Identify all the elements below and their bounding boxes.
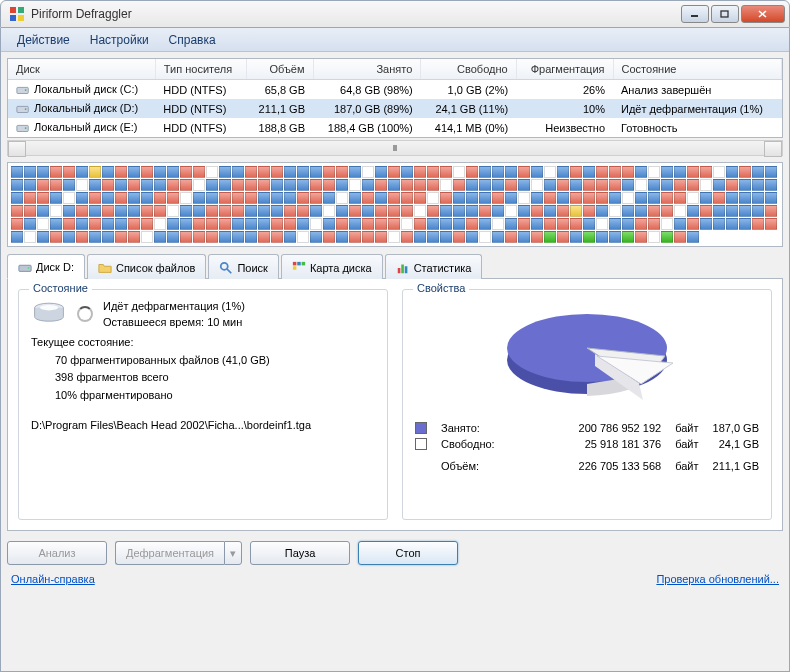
map-cell[interactable] <box>492 179 504 191</box>
map-cell[interactable] <box>648 179 660 191</box>
map-cell[interactable] <box>89 192 101 204</box>
map-cell[interactable] <box>648 166 660 178</box>
map-cell[interactable] <box>713 205 725 217</box>
map-cell[interactable] <box>674 218 686 230</box>
map-cell[interactable] <box>479 218 491 230</box>
map-cell[interactable] <box>310 218 322 230</box>
map-cell[interactable] <box>583 231 595 243</box>
map-cell[interactable] <box>297 205 309 217</box>
map-cell[interactable] <box>284 192 296 204</box>
map-cell[interactable] <box>102 192 114 204</box>
map-cell[interactable] <box>362 205 374 217</box>
map-cell[interactable] <box>609 192 621 204</box>
map-cell[interactable] <box>414 166 426 178</box>
map-cell[interactable] <box>167 205 179 217</box>
map-cell[interactable] <box>570 166 582 178</box>
map-cell[interactable] <box>219 205 231 217</box>
map-cell[interactable] <box>583 192 595 204</box>
map-cell[interactable] <box>544 205 556 217</box>
map-cell[interactable] <box>466 192 478 204</box>
map-cell[interactable] <box>765 205 777 217</box>
menu-settings[interactable]: Настройки <box>80 30 159 50</box>
map-cell[interactable] <box>37 218 49 230</box>
map-cell[interactable] <box>440 205 452 217</box>
map-cell[interactable] <box>765 192 777 204</box>
map-cell[interactable] <box>505 166 517 178</box>
map-cell[interactable] <box>674 179 686 191</box>
map-cell[interactable] <box>687 166 699 178</box>
map-cell[interactable] <box>674 166 686 178</box>
map-cell[interactable] <box>37 179 49 191</box>
map-cell[interactable] <box>271 179 283 191</box>
map-cell[interactable] <box>271 192 283 204</box>
map-cell[interactable] <box>89 218 101 230</box>
map-cell[interactable] <box>700 166 712 178</box>
map-cell[interactable] <box>50 192 62 204</box>
map-cell[interactable] <box>466 166 478 178</box>
stop-button[interactable]: Стоп <box>358 541 458 565</box>
col-media[interactable]: Тип носителя <box>155 59 246 80</box>
map-cell[interactable] <box>24 231 36 243</box>
map-cell[interactable] <box>687 231 699 243</box>
map-cell[interactable] <box>193 218 205 230</box>
map-cell[interactable] <box>193 192 205 204</box>
map-cell[interactable] <box>37 192 49 204</box>
map-cell[interactable] <box>492 166 504 178</box>
map-cell[interactable] <box>219 166 231 178</box>
map-cell[interactable] <box>37 205 49 217</box>
map-cell[interactable] <box>63 192 75 204</box>
map-cell[interactable] <box>518 192 530 204</box>
map-cell[interactable] <box>570 192 582 204</box>
map-cell[interactable] <box>37 231 49 243</box>
map-cell[interactable] <box>24 192 36 204</box>
map-cell[interactable] <box>297 218 309 230</box>
map-cell[interactable] <box>180 192 192 204</box>
map-cell[interactable] <box>479 179 491 191</box>
map-cell[interactable] <box>102 205 114 217</box>
table-row[interactable]: Локальный диск (D:) HDD (NTFS) 211,1 GB … <box>8 99 782 118</box>
map-cell[interactable] <box>128 166 140 178</box>
map-cell[interactable] <box>193 179 205 191</box>
map-cell[interactable] <box>427 192 439 204</box>
col-frag[interactable]: Фрагментация <box>516 59 613 80</box>
map-cell[interactable] <box>232 166 244 178</box>
map-cell[interactable] <box>492 218 504 230</box>
map-cell[interactable] <box>63 231 75 243</box>
map-cell[interactable] <box>479 166 491 178</box>
map-cell[interactable] <box>180 166 192 178</box>
map-cell[interactable] <box>323 192 335 204</box>
map-cell[interactable] <box>63 205 75 217</box>
map-cell[interactable] <box>401 179 413 191</box>
map-cell[interactable] <box>596 218 608 230</box>
map-cell[interactable] <box>336 192 348 204</box>
map-cell[interactable] <box>479 192 491 204</box>
map-cell[interactable] <box>726 218 738 230</box>
map-cell[interactable] <box>11 192 23 204</box>
map-cell[interactable] <box>388 192 400 204</box>
map-cell[interactable] <box>544 231 556 243</box>
map-cell[interactable] <box>11 166 23 178</box>
map-cell[interactable] <box>271 231 283 243</box>
window-minimize-button[interactable] <box>681 5 709 23</box>
map-cell[interactable] <box>505 192 517 204</box>
map-cell[interactable] <box>50 205 62 217</box>
map-cell[interactable] <box>648 231 660 243</box>
map-cell[interactable] <box>388 166 400 178</box>
map-cell[interactable] <box>518 179 530 191</box>
map-cell[interactable] <box>557 166 569 178</box>
map-cell[interactable] <box>141 231 153 243</box>
map-cell[interactable] <box>661 218 673 230</box>
map-cell[interactable] <box>115 166 127 178</box>
map-cell[interactable] <box>63 179 75 191</box>
map-cell[interactable] <box>349 192 361 204</box>
map-cell[interactable] <box>232 179 244 191</box>
map-cell[interactable] <box>648 192 660 204</box>
menu-action[interactable]: Действие <box>7 30 80 50</box>
map-cell[interactable] <box>193 205 205 217</box>
map-cell[interactable] <box>687 179 699 191</box>
map-cell[interactable] <box>180 205 192 217</box>
map-cell[interactable] <box>609 166 621 178</box>
map-cell[interactable] <box>492 192 504 204</box>
window-maximize-button[interactable] <box>711 5 739 23</box>
map-cell[interactable] <box>414 192 426 204</box>
